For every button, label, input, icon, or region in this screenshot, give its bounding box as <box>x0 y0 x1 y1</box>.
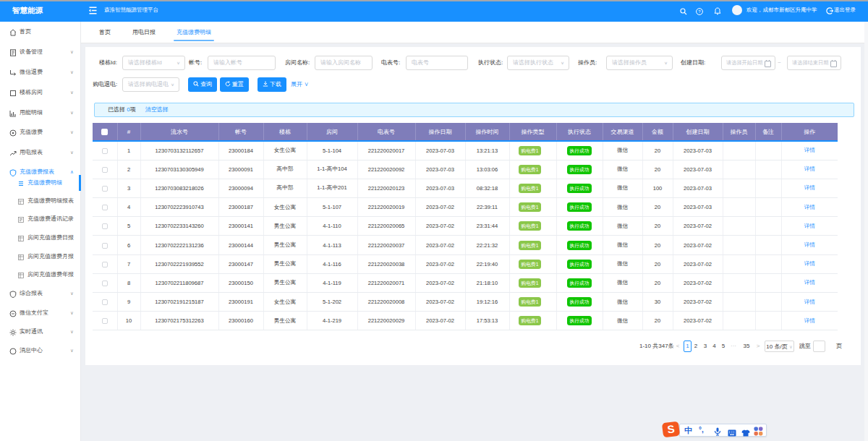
svg-text:?: ? <box>698 9 701 14</box>
